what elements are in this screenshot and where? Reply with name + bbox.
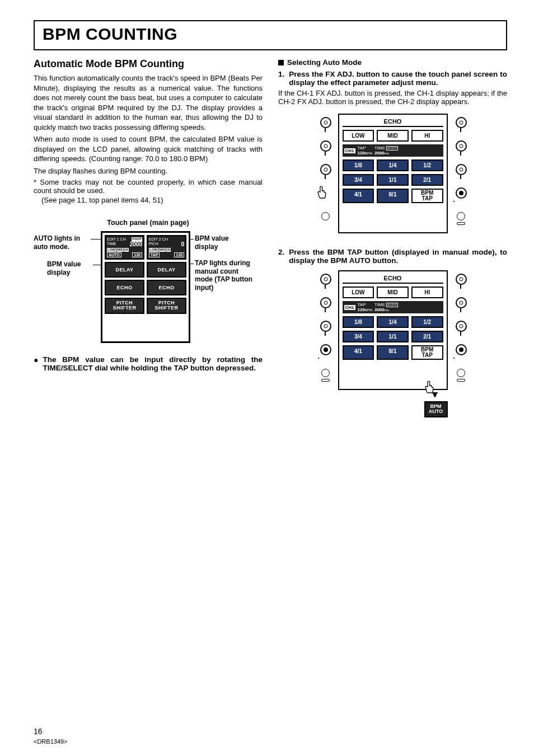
hi-button: HI bbox=[411, 130, 443, 142]
left-note-ref: (See page 11, top panel items 44, 51) bbox=[41, 196, 263, 204]
ratio-button: 1/8 bbox=[343, 316, 374, 328]
knob-icon bbox=[320, 164, 331, 175]
page-number: 16 bbox=[34, 727, 43, 736]
left-p1: This function automatically counts the t… bbox=[34, 73, 263, 132]
panel-col-2: EDIT 2 CH PICH0 LOWMIDHI TAP120 DELAY EC… bbox=[147, 235, 186, 339]
tick-icon bbox=[325, 175, 326, 179]
bpm-tap-button: BPMTAP bbox=[411, 189, 443, 203]
knob-icon bbox=[320, 274, 331, 285]
left-bullet-text: The BPM value can be input directly by r… bbox=[43, 355, 263, 372]
knob-icon bbox=[456, 321, 467, 332]
finger-pointer-icon bbox=[316, 185, 327, 200]
delay-button-2: DELAY bbox=[147, 262, 186, 278]
ratio-button: 1/2 bbox=[411, 159, 443, 171]
label-tap-lights: TAP lights during manual count mode (TAP… bbox=[195, 259, 256, 292]
ratio-button: 1/4 bbox=[377, 316, 409, 328]
arrow-down-icon bbox=[432, 392, 438, 398]
knob-icon bbox=[456, 274, 467, 285]
left-p2: When auto mode is used to count BPM, the… bbox=[34, 134, 263, 164]
document-id: <DRB1349> bbox=[34, 738, 68, 745]
square-bullet-icon bbox=[278, 60, 284, 65]
ratio-button: 1/2 bbox=[411, 316, 443, 328]
effect-title: ECHO bbox=[343, 118, 443, 127]
tick-icon bbox=[460, 128, 461, 132]
bar-icon bbox=[457, 379, 465, 382]
right-column: Selecting Auto Mode 1. Press the FX ADJ.… bbox=[278, 58, 507, 422]
pitch-shifter-button-1: PITCHSHIFTER bbox=[105, 298, 144, 314]
knob-icon bbox=[456, 140, 467, 152]
echo-button-1: ECHO bbox=[105, 280, 144, 295]
dot-icon: • bbox=[318, 355, 320, 360]
step-1: 1. Press the FX ADJ. button to cause the… bbox=[278, 70, 507, 87]
two-column-layout: Automatic Mode BPM Counting This functio… bbox=[34, 58, 507, 422]
knob-filled-icon bbox=[320, 344, 331, 355]
low-button: LOW bbox=[343, 287, 374, 298]
edit1-header: EDIT 1 CHFOOT TIME2000 LOWMIDHI AUTO120 bbox=[105, 235, 144, 259]
echo-button-2: ECHO bbox=[147, 280, 186, 295]
left-p3: The display flashes during BPM counting. bbox=[34, 166, 263, 176]
left-column: Automatic Mode BPM Counting This functio… bbox=[34, 58, 263, 422]
tick-icon bbox=[460, 285, 461, 289]
knob-icon bbox=[456, 164, 467, 175]
knob-icon bbox=[320, 297, 331, 308]
tick-icon bbox=[460, 332, 461, 336]
effect-adjust-diagram-1: • ECHO LOW MID HI CH1 TAP120BPM bbox=[315, 114, 471, 237]
ratio-button: 1/4 bbox=[377, 159, 409, 171]
left-note-star: * Some tracks may not be counted properl… bbox=[34, 178, 263, 195]
pitch-shifter-button-2: PITCHSHIFTER bbox=[147, 298, 186, 314]
step-2: 2. Press the BPM TAP button (displayed i… bbox=[278, 248, 507, 265]
tick-icon bbox=[460, 152, 461, 156]
left-bullet: ● The BPM value can be input directly by… bbox=[34, 355, 263, 372]
effect-adjust-diagram-2: • • ECHO bbox=[315, 270, 471, 422]
ratio-button: 1/1 bbox=[377, 174, 409, 186]
step-1-note: If the CH-1 FX ADJ. button is pressed, t… bbox=[278, 89, 507, 106]
left-heading: Automatic Mode BPM Counting bbox=[34, 58, 263, 70]
small-knob-icon bbox=[457, 369, 465, 377]
section-title: BPM COUNTING bbox=[43, 25, 177, 43]
bpm-auto-button: BPMAUTO bbox=[424, 401, 448, 417]
touch-panel-main-diagram: AUTO lights in auto mode. BPM value disp… bbox=[34, 231, 252, 349]
knob-filled-icon bbox=[456, 187, 467, 199]
ratio-button: 1/1 bbox=[377, 331, 409, 342]
label-bpm-left: BPM value display bbox=[47, 260, 101, 276]
ratio-button: 2/1 bbox=[411, 331, 443, 342]
mid-button: MID bbox=[377, 130, 409, 142]
low-button: LOW bbox=[343, 130, 374, 142]
label-auto-lights: AUTO lights in auto mode. bbox=[34, 234, 95, 251]
dot-icon: • bbox=[453, 199, 455, 204]
knob-icon bbox=[320, 117, 331, 128]
ratio-button: 8/1 bbox=[377, 345, 409, 360]
ratio-button: 4/1 bbox=[343, 189, 374, 203]
touch-panel-main: EDIT 1 CHFOOT TIME2000 LOWMIDHI AUTO120 … bbox=[101, 231, 190, 343]
ratio-button: 3/4 bbox=[343, 174, 374, 186]
ratio-button: 3/4 bbox=[343, 331, 374, 342]
tick-icon bbox=[325, 285, 326, 289]
tick-icon bbox=[325, 332, 326, 336]
small-knob-icon bbox=[457, 212, 465, 220]
knob-icon bbox=[320, 321, 331, 332]
knob-icon bbox=[456, 117, 467, 128]
panel-col-1: EDIT 1 CHFOOT TIME2000 LOWMIDHI AUTO120 … bbox=[105, 235, 144, 339]
tick-icon bbox=[460, 175, 461, 179]
tick-icon bbox=[325, 152, 326, 156]
tick-icon bbox=[325, 128, 326, 132]
ratio-button: 4/1 bbox=[343, 345, 374, 360]
info-strip: CH1 TAP120BPM TIME FOOT2000ms bbox=[343, 301, 443, 313]
mid-button: MID bbox=[377, 287, 409, 298]
section-title-box: BPM COUNTING bbox=[34, 20, 507, 50]
info-strip: CH1 TAP120BPM TIME FOOT2000ms bbox=[343, 144, 443, 157]
knob-filled-icon bbox=[456, 344, 467, 355]
small-knob-icon bbox=[321, 369, 330, 377]
touch-panel-caption: Touch panel (main page) bbox=[34, 219, 263, 227]
ratio-button: 2/1 bbox=[411, 174, 443, 186]
bar-icon bbox=[457, 222, 465, 225]
dot-icon: • bbox=[453, 355, 455, 360]
knob-icon bbox=[456, 297, 467, 308]
bpm-tap-button: BPMTAP bbox=[411, 345, 443, 360]
tick-icon bbox=[460, 308, 461, 312]
effect-panel-1: ECHO LOW MID HI CH1 TAP120BPM TIME FOOT2… bbox=[338, 114, 448, 233]
edit2-header: EDIT 2 CH PICH0 LOWMIDHI TAP120 bbox=[147, 235, 186, 259]
bar-icon bbox=[321, 379, 330, 382]
small-knob-icon bbox=[321, 212, 330, 220]
knob-icon bbox=[320, 140, 331, 152]
